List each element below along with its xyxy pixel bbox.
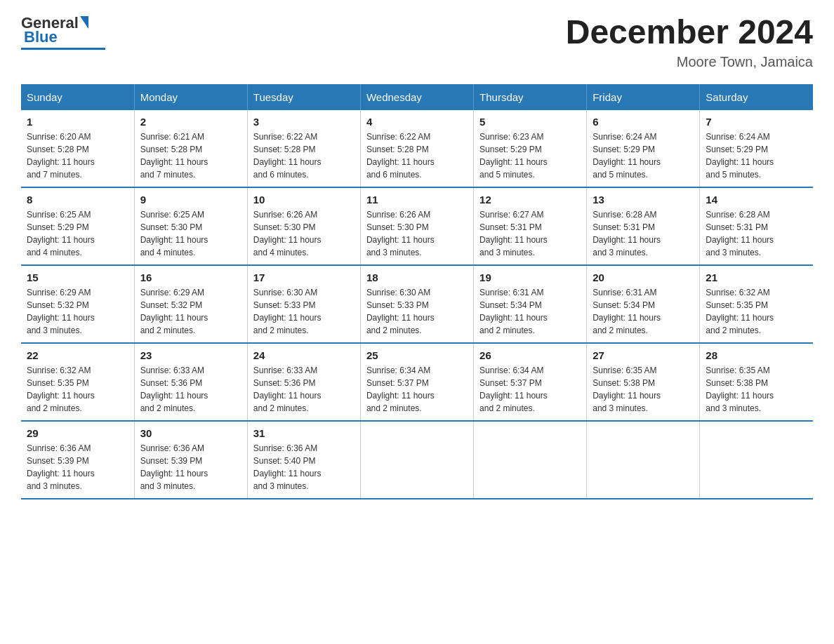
calendar-cell: 15Sunrise: 6:29 AMSunset: 5:32 PMDayligh…	[21, 265, 134, 343]
day-number: 27	[593, 349, 694, 361]
calendar-cell	[360, 421, 473, 499]
column-header-friday: Friday	[587, 84, 700, 110]
logo: General Blue	[21, 14, 105, 50]
day-number: 24	[253, 349, 355, 361]
day-number: 25	[366, 349, 468, 361]
day-number: 3	[253, 116, 355, 128]
day-info: Sunrise: 6:31 AMSunset: 5:34 PMDaylight:…	[479, 286, 581, 337]
calendar-header-row: SundayMondayTuesdayWednesdayThursdayFrid…	[21, 84, 813, 110]
day-number: 17	[253, 271, 355, 283]
day-info: Sunrise: 6:36 AMSunset: 5:40 PMDaylight:…	[253, 442, 355, 492]
day-info: Sunrise: 6:24 AMSunset: 5:29 PMDaylight:…	[593, 130, 694, 181]
calendar-cell: 10Sunrise: 6:26 AMSunset: 5:30 PMDayligh…	[247, 187, 360, 265]
calendar-cell: 20Sunrise: 6:31 AMSunset: 5:34 PMDayligh…	[587, 265, 700, 343]
day-info: Sunrise: 6:25 AMSunset: 5:29 PMDaylight:…	[27, 208, 128, 259]
day-info: Sunrise: 6:26 AMSunset: 5:30 PMDaylight:…	[253, 208, 355, 259]
calendar-cell: 30Sunrise: 6:36 AMSunset: 5:39 PMDayligh…	[134, 421, 247, 499]
calendar-cell: 18Sunrise: 6:30 AMSunset: 5:33 PMDayligh…	[360, 265, 473, 343]
day-info: Sunrise: 6:33 AMSunset: 5:36 PMDaylight:…	[140, 364, 241, 415]
day-info: Sunrise: 6:27 AMSunset: 5:31 PMDaylight:…	[479, 208, 581, 259]
day-number: 18	[366, 271, 468, 283]
logo-underline	[21, 48, 105, 50]
day-info: Sunrise: 6:30 AMSunset: 5:33 PMDaylight:…	[366, 286, 468, 337]
day-info: Sunrise: 6:34 AMSunset: 5:37 PMDaylight:…	[366, 364, 468, 415]
day-info: Sunrise: 6:33 AMSunset: 5:36 PMDaylight:…	[253, 364, 355, 415]
day-info: Sunrise: 6:28 AMSunset: 5:31 PMDaylight:…	[706, 208, 807, 259]
day-number: 31	[253, 427, 355, 439]
day-number: 28	[706, 349, 807, 361]
day-info: Sunrise: 6:24 AMSunset: 5:29 PMDaylight:…	[706, 130, 807, 181]
calendar-cell	[587, 421, 700, 499]
day-number: 2	[140, 116, 241, 128]
location-subtitle: Moore Town, Jamaica	[566, 54, 813, 70]
calendar-cell: 24Sunrise: 6:33 AMSunset: 5:36 PMDayligh…	[247, 343, 360, 421]
day-info: Sunrise: 6:23 AMSunset: 5:29 PMDaylight:…	[479, 130, 581, 181]
calendar-week-row: 29Sunrise: 6:36 AMSunset: 5:39 PMDayligh…	[21, 421, 813, 499]
calendar-week-row: 22Sunrise: 6:32 AMSunset: 5:35 PMDayligh…	[21, 343, 813, 421]
calendar-cell: 13Sunrise: 6:28 AMSunset: 5:31 PMDayligh…	[587, 187, 700, 265]
calendar-cell: 12Sunrise: 6:27 AMSunset: 5:31 PMDayligh…	[474, 187, 587, 265]
calendar-week-row: 1Sunrise: 6:20 AMSunset: 5:28 PMDaylight…	[21, 110, 813, 187]
column-header-monday: Monday	[134, 84, 247, 110]
calendar-cell: 1Sunrise: 6:20 AMSunset: 5:28 PMDaylight…	[21, 110, 134, 187]
day-number: 12	[479, 194, 581, 206]
day-info: Sunrise: 6:22 AMSunset: 5:28 PMDaylight:…	[253, 130, 355, 181]
calendar-cell: 4Sunrise: 6:22 AMSunset: 5:28 PMDaylight…	[360, 110, 473, 187]
calendar-cell: 3Sunrise: 6:22 AMSunset: 5:28 PMDaylight…	[247, 110, 360, 187]
calendar-cell: 7Sunrise: 6:24 AMSunset: 5:29 PMDaylight…	[700, 110, 813, 187]
day-number: 20	[593, 271, 694, 283]
calendar-week-row: 15Sunrise: 6:29 AMSunset: 5:32 PMDayligh…	[21, 265, 813, 343]
calendar-cell: 9Sunrise: 6:25 AMSunset: 5:30 PMDaylight…	[134, 187, 247, 265]
day-info: Sunrise: 6:30 AMSunset: 5:33 PMDaylight:…	[253, 286, 355, 337]
day-info: Sunrise: 6:29 AMSunset: 5:32 PMDaylight:…	[140, 286, 241, 337]
day-number: 22	[27, 349, 128, 361]
column-header-saturday: Saturday	[700, 84, 813, 110]
calendar-cell: 17Sunrise: 6:30 AMSunset: 5:33 PMDayligh…	[247, 265, 360, 343]
calendar-cell: 22Sunrise: 6:32 AMSunset: 5:35 PMDayligh…	[21, 343, 134, 421]
day-info: Sunrise: 6:32 AMSunset: 5:35 PMDaylight:…	[27, 364, 128, 415]
day-number: 23	[140, 349, 241, 361]
calendar-cell: 16Sunrise: 6:29 AMSunset: 5:32 PMDayligh…	[134, 265, 247, 343]
day-number: 4	[366, 116, 468, 128]
calendar-cell: 27Sunrise: 6:35 AMSunset: 5:38 PMDayligh…	[587, 343, 700, 421]
calendar-cell: 6Sunrise: 6:24 AMSunset: 5:29 PMDaylight…	[587, 110, 700, 187]
page-header: General Blue December 2024 Moore Town, J…	[21, 14, 813, 70]
calendar-cell	[700, 421, 813, 499]
day-info: Sunrise: 6:29 AMSunset: 5:32 PMDaylight:…	[27, 286, 128, 337]
day-info: Sunrise: 6:36 AMSunset: 5:39 PMDaylight:…	[27, 442, 128, 492]
day-number: 19	[479, 271, 581, 283]
calendar-cell: 5Sunrise: 6:23 AMSunset: 5:29 PMDaylight…	[474, 110, 587, 187]
calendar-table: SundayMondayTuesdayWednesdayThursdayFrid…	[21, 84, 813, 499]
day-number: 10	[253, 194, 355, 206]
day-number: 6	[593, 116, 694, 128]
calendar-cell: 26Sunrise: 6:34 AMSunset: 5:37 PMDayligh…	[474, 343, 587, 421]
calendar-cell: 23Sunrise: 6:33 AMSunset: 5:36 PMDayligh…	[134, 343, 247, 421]
title-section: December 2024 Moore Town, Jamaica	[566, 14, 813, 70]
column-header-sunday: Sunday	[21, 84, 134, 110]
calendar-cell: 28Sunrise: 6:35 AMSunset: 5:38 PMDayligh…	[700, 343, 813, 421]
month-title: December 2024	[566, 14, 813, 51]
calendar-cell: 8Sunrise: 6:25 AMSunset: 5:29 PMDaylight…	[21, 187, 134, 265]
calendar-cell: 25Sunrise: 6:34 AMSunset: 5:37 PMDayligh…	[360, 343, 473, 421]
day-info: Sunrise: 6:31 AMSunset: 5:34 PMDaylight:…	[593, 286, 694, 337]
column-header-thursday: Thursday	[474, 84, 587, 110]
day-info: Sunrise: 6:28 AMSunset: 5:31 PMDaylight:…	[593, 208, 694, 259]
column-header-tuesday: Tuesday	[247, 84, 360, 110]
day-info: Sunrise: 6:35 AMSunset: 5:38 PMDaylight:…	[706, 364, 807, 415]
calendar-cell: 19Sunrise: 6:31 AMSunset: 5:34 PMDayligh…	[474, 265, 587, 343]
calendar-cell: 31Sunrise: 6:36 AMSunset: 5:40 PMDayligh…	[247, 421, 360, 499]
day-info: Sunrise: 6:34 AMSunset: 5:37 PMDaylight:…	[479, 364, 581, 415]
calendar-week-row: 8Sunrise: 6:25 AMSunset: 5:29 PMDaylight…	[21, 187, 813, 265]
day-info: Sunrise: 6:20 AMSunset: 5:28 PMDaylight:…	[27, 130, 128, 181]
day-number: 15	[27, 271, 128, 283]
day-number: 30	[140, 427, 241, 439]
day-number: 26	[479, 349, 581, 361]
day-number: 14	[706, 194, 807, 206]
day-number: 21	[706, 271, 807, 283]
logo-blue-text: Blue	[24, 28, 58, 46]
calendar-cell: 14Sunrise: 6:28 AMSunset: 5:31 PMDayligh…	[700, 187, 813, 265]
calendar-cell: 2Sunrise: 6:21 AMSunset: 5:28 PMDaylight…	[134, 110, 247, 187]
day-number: 29	[27, 427, 128, 439]
day-number: 9	[140, 194, 241, 206]
day-info: Sunrise: 6:32 AMSunset: 5:35 PMDaylight:…	[706, 286, 807, 337]
